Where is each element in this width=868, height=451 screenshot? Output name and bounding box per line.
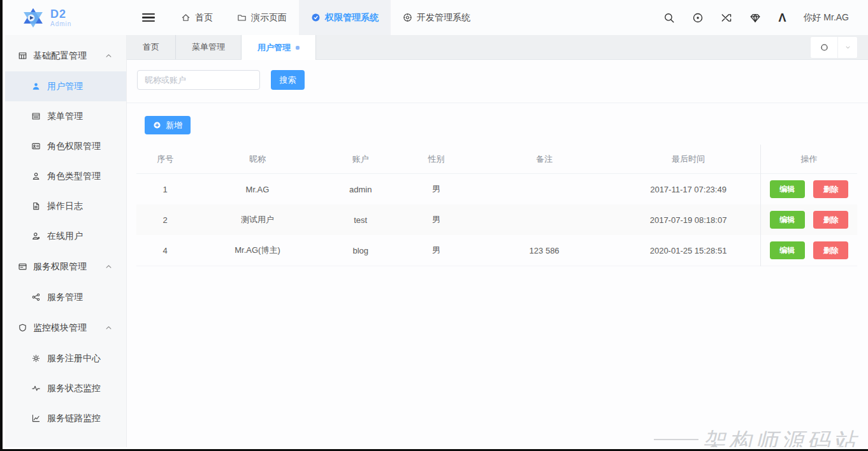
app-logo: D2 Admin	[5, 0, 127, 35]
tab-controls	[810, 36, 858, 59]
logo-star-icon	[22, 6, 45, 29]
nav-item-dev-system[interactable]: 开发管理系统	[391, 0, 482, 35]
cell-nickname: Mr.AG	[194, 174, 321, 205]
cell-gender: 男	[400, 235, 472, 266]
cell-account: test	[321, 204, 400, 235]
sidebar-group: 监控模块管理 服务注册中心 服务状态监控 服务链路监控	[5, 312, 126, 433]
home-icon	[181, 13, 191, 22]
sidebar-item-label: 菜单管理	[47, 111, 83, 122]
sidebar-item-label: 服务注册中心	[47, 353, 101, 364]
sidebar-item[interactable]: 菜单管理	[5, 101, 126, 131]
edit-button[interactable]: 编辑	[770, 211, 805, 229]
nav-item-label: 演示页面	[251, 12, 287, 24]
sidebar-group-label: 基础配置管理	[33, 50, 87, 62]
add-button-label: 新增	[166, 120, 182, 131]
tab-close-icon[interactable]	[296, 46, 300, 50]
cell-no: 4	[136, 235, 194, 266]
user-table-wrap: 序号昵称账户性别备注最后时间操作 1 Mr.AG admin 男 2017-11…	[127, 145, 868, 266]
main-area: 首页 菜单管理 用户管理 搜索 新增	[127, 35, 868, 447]
share-icon	[31, 292, 41, 302]
user-greeting[interactable]: 你好 Mr.AG	[803, 12, 849, 24]
tab-refresh-button[interactable]	[811, 37, 837, 58]
tab[interactable]: 用户管理	[242, 35, 316, 60]
nav-item-home[interactable]: 首页	[169, 0, 225, 35]
search-toolbar: 搜索	[127, 60, 868, 103]
table-row: 2 测试用户 test 男 2017-07-19 08:18:07 编辑 删除	[136, 204, 857, 235]
sidebar-item[interactable]: 操作日志	[5, 191, 126, 221]
sidebar-group-title[interactable]: 基础配置管理	[5, 40, 126, 71]
sidebar-item[interactable]: 服务注册中心	[5, 343, 126, 373]
top-header: D2 Admin 首页 演示页面 权限管理系统 开发管理系统	[5, 0, 868, 35]
edit-button[interactable]: 编辑	[770, 241, 805, 259]
sidebar-item[interactable]: 在线用户	[5, 221, 126, 251]
table-header-row: 序号昵称账户性别备注最后时间操作	[136, 145, 857, 174]
tab[interactable]: 首页	[127, 35, 176, 59]
grid-icon	[18, 51, 27, 61]
delete-button[interactable]: 删除	[813, 241, 848, 259]
sidebar-item-label: 服务管理	[47, 292, 83, 303]
theme-gem-icon[interactable]	[749, 12, 761, 24]
user-table: 序号昵称账户性别备注最后时间操作 1 Mr.AG admin 男 2017-11…	[136, 145, 857, 266]
sidebar-group: 基础配置管理 用户管理 菜单管理 角色权限管理 角色类型管理 操作日志 在线用户	[5, 40, 126, 251]
menu-toggle-icon[interactable]	[142, 11, 155, 24]
nav-item-permission-system[interactable]: 权限管理系统	[299, 0, 391, 35]
page-content: 搜索 新增 序号昵称账户性别备注最后时间操作 1 Mr.AG admin	[127, 60, 868, 447]
edit-button[interactable]: 编辑	[770, 180, 805, 198]
sidebar-item[interactable]: 服务链路监控	[5, 403, 126, 433]
sidebar-item[interactable]: 服务管理	[5, 282, 126, 312]
chevron-up-icon	[104, 323, 113, 333]
sidebar-group-title[interactable]: 服务权限管理	[5, 251, 126, 282]
nav-item-demo-pages[interactable]: 演示页面	[225, 0, 299, 35]
sidebar-item-label: 角色权限管理	[47, 141, 101, 152]
add-button[interactable]: 新增	[145, 116, 191, 134]
column-header: 操作	[760, 145, 857, 174]
target-icon[interactable]	[692, 12, 704, 24]
column-header: 序号	[136, 145, 194, 174]
sidebar-item-label: 用户管理	[47, 81, 83, 92]
permission-system-icon	[311, 13, 321, 22]
plus-circle-icon	[153, 121, 161, 129]
doc-icon	[31, 201, 41, 211]
delete-button[interactable]: 删除	[813, 180, 848, 198]
sidebar-item-label: 服务链路监控	[47, 413, 101, 424]
column-header: 性别	[400, 145, 472, 174]
sidebar-group-title[interactable]: 监控模块管理	[5, 312, 126, 343]
sidebar-group: 服务权限管理 服务管理	[5, 251, 126, 312]
nav-item-label: 权限管理系统	[325, 12, 379, 24]
cell-last-time: 2017-11-17 07:23:49	[616, 174, 760, 205]
search-icon[interactable]	[663, 12, 675, 24]
sidebar-group-label: 监控模块管理	[33, 322, 87, 334]
column-header: 备注	[472, 145, 616, 174]
cell-remark: 123 586	[472, 235, 616, 266]
cell-last-time: 2017-07-19 08:18:07	[616, 204, 760, 235]
sidebar-item[interactable]: 服务状态监控	[5, 373, 126, 403]
tab[interactable]: 菜单管理	[176, 35, 242, 59]
column-header: 最后时间	[616, 145, 760, 174]
shield-icon	[18, 323, 27, 333]
fullscreen-icon[interactable]	[721, 12, 732, 24]
dev-system-icon	[403, 13, 412, 22]
tab-label: 用户管理	[257, 42, 291, 54]
user-icon	[31, 82, 41, 91]
sidebar-item[interactable]: 角色权限管理	[5, 131, 126, 161]
list-icon	[31, 111, 41, 121]
tab-label: 菜单管理	[192, 41, 225, 53]
sidebar-item[interactable]: 角色类型管理	[5, 161, 126, 191]
cog-icon	[31, 354, 41, 363]
sidebar-item[interactable]: 用户管理	[5, 71, 126, 101]
tab-menu-dropdown[interactable]	[837, 37, 857, 58]
font-size-icon[interactable]: Λ	[778, 12, 786, 24]
column-header: 账户	[321, 145, 400, 174]
header-nav: 首页 演示页面 权限管理系统 开发管理系统	[169, 0, 482, 35]
logo-subtitle: Admin	[50, 21, 71, 27]
chevron-up-icon	[104, 51, 113, 61]
sidebar: 基础配置管理 用户管理 菜单管理 角色权限管理 角色类型管理 操作日志 在线用户…	[5, 35, 127, 447]
search-input[interactable]	[137, 70, 260, 90]
table-row: 4 Mr.AG(博主) blog 男 123 586 2020-01-25 15…	[136, 235, 857, 266]
cell-account: admin	[321, 174, 400, 205]
sidebar-item-label: 在线用户	[47, 231, 83, 242]
search-button[interactable]: 搜索	[271, 70, 305, 90]
chevron-up-icon	[104, 262, 113, 271]
delete-button[interactable]: 删除	[813, 211, 848, 229]
user-type-icon	[31, 171, 41, 181]
